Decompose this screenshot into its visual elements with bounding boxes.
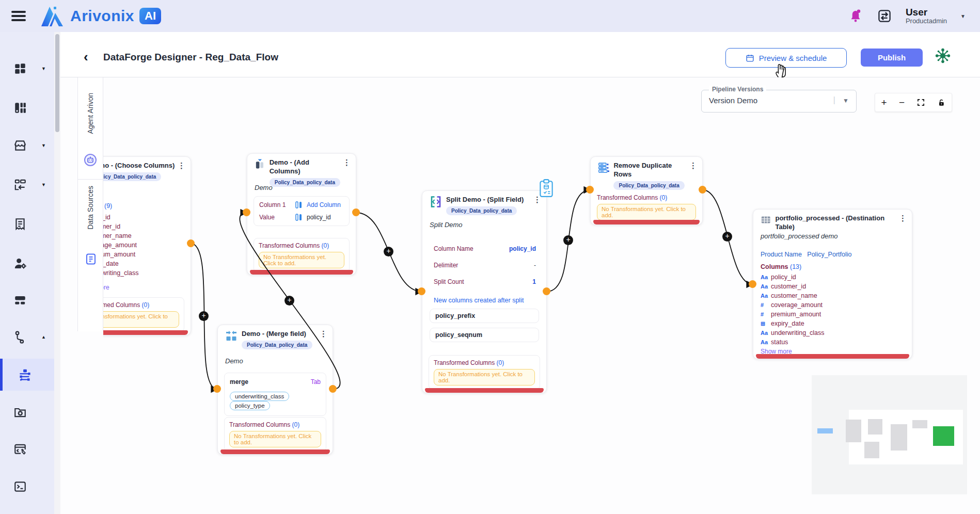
edge-add-step-button[interactable]: +	[199, 311, 209, 321]
pipeline-canvas[interactable]: + + + + + Demo - (Choose Columns) Policy…	[60, 77, 980, 514]
no-transformations-pill[interactable]: No Transformations yet. Click to add.	[434, 369, 535, 386]
connection-handle[interactable]	[418, 287, 425, 295]
columns-glyph-icon	[295, 214, 303, 221]
node-menu-icon[interactable]: ⋮	[178, 161, 185, 170]
chevron-down-icon: ▼	[41, 182, 46, 187]
minimap-node	[864, 442, 879, 458]
dashboard-icon	[13, 62, 27, 75]
canvas-zoom-controls: + −	[875, 93, 952, 112]
node-destination-table[interactable]: portfolio_processed - (Destination Table…	[753, 209, 912, 359]
merge-column-pill[interactable]: policy_type	[230, 401, 270, 410]
zoom-in-button[interactable]: +	[881, 98, 887, 107]
node-dataset-badge: Policy_Data_policy_data	[613, 181, 684, 190]
canvas-minimap[interactable]	[812, 375, 967, 494]
edge-add-step-button[interactable]: +	[722, 232, 732, 242]
sidebar-item-dev-console[interactable]	[0, 433, 54, 465]
mouse-cursor-hand-icon	[772, 61, 788, 78]
product-value: Policy_Portfolio	[807, 251, 851, 258]
user-menu-caret-icon[interactable]: ▼	[960, 13, 966, 19]
zoom-out-button[interactable]: −	[899, 98, 905, 107]
sidebar-item-versions[interactable]: ▲	[0, 321, 54, 353]
sidebar-item-data-flows[interactable]: ▼	[0, 169, 54, 201]
node-menu-icon[interactable]: ⋮	[343, 158, 351, 167]
param-value[interactable]: Add Column	[307, 201, 341, 208]
transformed-columns-box[interactable]: Transformed Columns (0) No Transformatio…	[597, 194, 696, 220]
node-title: Split Demo - (Split Field)	[446, 196, 524, 204]
hamburger-menu-icon[interactable]	[11, 9, 26, 23]
columns-label: Columns (13)	[761, 263, 801, 270]
no-transformations-pill[interactable]: No Transformations yet. Click to add.	[597, 204, 696, 220]
network-spark-icon[interactable]	[934, 47, 952, 65]
merge-config-box: merge Tab underwriting_class policy_type	[224, 373, 326, 416]
scrollbar-thumb[interactable]	[55, 34, 59, 132]
connection-handle[interactable]	[213, 385, 221, 393]
sidebar-item-reports[interactable]	[0, 208, 54, 240]
clipboard-preview-icon[interactable]	[538, 179, 555, 198]
node-menu-icon[interactable]: ⋮	[320, 329, 327, 339]
node-title: Demo - (Merge field)	[242, 330, 312, 339]
number-type-icon: #	[761, 302, 771, 308]
tab-agent-arivon[interactable]: Agent Arivon	[78, 93, 103, 160]
chevron-down-icon: ▼	[41, 66, 46, 71]
merge-field-icon	[225, 330, 238, 342]
no-transformations-pill[interactable]: No Transformations yet. Click to add.	[229, 431, 321, 447]
merge-column-pill[interactable]: underwriting_class	[230, 392, 289, 401]
node-add-columns[interactable]: Demo - (Add Columns) Policy_Data_policy_…	[247, 153, 356, 275]
agent-robot-icon[interactable]	[84, 153, 97, 167]
rows-icon	[13, 293, 27, 307]
fit-view-button[interactable]	[916, 98, 925, 107]
git-branch-icon	[13, 330, 27, 344]
back-button[interactable]: ‹	[84, 49, 88, 65]
transformed-columns-box[interactable]: Transformed Columns (0) No Transformatio…	[224, 417, 326, 452]
publish-button[interactable]: Publish	[861, 49, 923, 67]
split-field-icon	[430, 196, 442, 208]
new-column-box[interactable]: policy_seqnum	[430, 328, 539, 342]
node-merge-field[interactable]: Demo - (Merge field) Policy_Data_policy_…	[217, 325, 333, 455]
data-sources-icon[interactable]	[85, 253, 97, 265]
calendar-icon	[746, 54, 754, 62]
sidebar-item-user-management[interactable]	[0, 247, 54, 279]
chevron-down-icon[interactable]: ▼	[843, 97, 849, 104]
workspace-switch-icon[interactable]	[877, 8, 892, 24]
edge-add-step-button[interactable]: +	[284, 296, 294, 306]
connection-handle[interactable]	[586, 186, 594, 194]
sidebar-item-pipeline-designer-active[interactable]	[0, 359, 54, 391]
sidebar-item-marketplace[interactable]: ▼	[0, 130, 54, 162]
connection-handle[interactable]	[543, 287, 550, 295]
vertical-scrollbar[interactable]	[54, 32, 60, 514]
merge-field-tag: Tab	[311, 378, 321, 386]
lock-toggle-button[interactable]	[937, 99, 945, 107]
user-menu[interactable]: User Productadmin	[906, 7, 947, 26]
connection-handle[interactable]	[243, 208, 250, 216]
pipeline-versions-select[interactable]: Pipeline Versions Version Demo | ▼	[701, 90, 857, 113]
brand-name: Arivonix	[70, 7, 134, 25]
node-menu-icon[interactable]: ⋮	[689, 161, 697, 170]
new-column-box[interactable]: policy_prefix	[430, 309, 539, 323]
node-status-bar	[425, 388, 544, 393]
connection-handle[interactable]	[352, 208, 360, 216]
tab-data-sources[interactable]: Data Sources	[78, 186, 103, 250]
connection-handle[interactable]	[699, 186, 706, 194]
transformed-columns-box[interactable]: Transformed Columns (0) No Transformatio…	[429, 355, 540, 390]
sidebar-item-terminal[interactable]	[0, 471, 54, 503]
receipt-icon	[13, 217, 27, 231]
notifications-bell-icon[interactable]	[848, 8, 863, 24]
node-status-bar	[593, 220, 700, 224]
edge-add-step-button[interactable]: +	[384, 247, 393, 256]
edge-add-step-button[interactable]: +	[563, 235, 573, 245]
node-title: portfolio_processed - (Destination Table…	[775, 214, 896, 232]
sidebar-item-boards[interactable]	[0, 92, 54, 124]
no-transformations-pill[interactable]: No Transformations yet. Click to add.	[259, 252, 344, 268]
flow-export-icon	[13, 178, 27, 191]
node-split-field[interactable]: Split Demo - (Split Field) Policy_Data_p…	[422, 190, 547, 393]
sidebar-item-model-repository[interactable]	[0, 396, 54, 428]
sidebar-item-rows[interactable]	[0, 284, 54, 316]
node-menu-icon[interactable]: ⋮	[899, 214, 907, 223]
sidebar-item-dashboard[interactable]: ▼	[0, 53, 54, 85]
connection-handle[interactable]	[749, 280, 756, 288]
node-remove-duplicate-rows[interactable]: Remove Duplicate Rows Policy_Data_policy…	[590, 156, 703, 225]
param-label: Split Count	[434, 278, 464, 285]
transformed-columns-box[interactable]: Transformed Columns (0) No Transformatio…	[254, 238, 350, 272]
connection-handle[interactable]	[187, 239, 195, 247]
connection-handle[interactable]	[329, 385, 337, 393]
